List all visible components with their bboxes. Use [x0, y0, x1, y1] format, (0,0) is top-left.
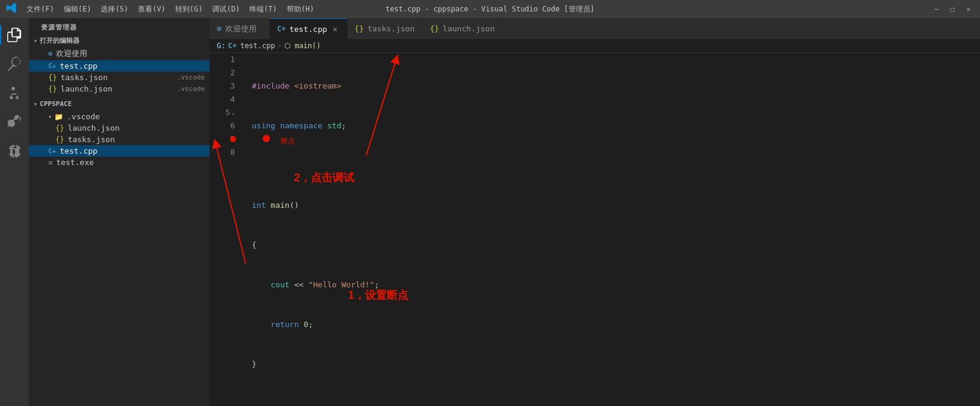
maximize-button[interactable]: □ — [947, 4, 958, 14]
tab-welcome-label: 欢迎使用 — [225, 23, 257, 34]
cpp-icon2: C+ — [48, 147, 56, 155]
sidebar-item-label-testcpp2: test.cpp — [60, 146, 205, 155]
breadcrumb-icon: C+ — [228, 42, 236, 50]
activity-bar — [0, 18, 29, 406]
vscode-folder-chevron: ▾ — [48, 113, 52, 120]
sidebar-item-test-cpp[interactable]: C+ test.cpp — [29, 60, 210, 72]
activity-extensions-icon[interactable] — [0, 136, 29, 165]
sidebar-item-launch-json[interactable]: {} launch.json .vscode — [29, 83, 210, 95]
tab-tasks-json[interactable]: {} tasks.json — [348, 18, 423, 39]
sidebar-item-test-exe[interactable]: ≡ test.exe — [29, 157, 210, 168]
vscode-logo-icon — [6, 2, 17, 16]
open-editors-section[interactable]: ▾ 打开的编辑器 — [29, 34, 210, 47]
menu-help[interactable]: 帮助(H) — [282, 3, 319, 16]
breadcrumb-filename[interactable]: test.cpp — [240, 42, 275, 50]
sidebar-item-vscode-folder[interactable]: ▾ 📁 .vscode — [29, 111, 210, 122]
line-num-6: 6 — [214, 119, 235, 133]
code-editor[interactable]: 1 2 3 4 5⌄ 6 7 断点 8 #include <iostream> — [210, 53, 980, 406]
tab-cpp-icon: C+ — [277, 25, 286, 33]
sidebar-item-welcome[interactable]: ⊙ 欢迎使用 — [29, 47, 210, 60]
sidebar-item-label-launch2: launch.json — [67, 123, 205, 133]
welcome-icon: ⊙ — [48, 49, 52, 58]
menu-goto[interactable]: 转到(G) — [170, 3, 208, 16]
tab-tasks-label: tasks.json — [367, 24, 414, 33]
cppspace-section[interactable]: ▾ CPPSPACE — [29, 97, 210, 111]
code-line-5: { — [252, 239, 980, 252]
json-icon-launch2: {} — [55, 124, 64, 133]
menu-debug[interactable]: 调试(D) — [207, 3, 245, 16]
editor-area: ⊙ 欢迎使用 C+ test.cpp ✕ {} tasks.json {} la… — [210, 18, 980, 406]
sidebar-item-launch-json-cpp[interactable]: {} launch.json — [29, 122, 210, 134]
cpp-icon: C+ — [48, 62, 56, 70]
breadcrumb-sep1: › — [278, 42, 282, 50]
sidebar-item-label-testexe: test.exe — [56, 158, 205, 167]
code-line-1: #include <iostream> — [252, 80, 980, 93]
line-num-3: 3 — [214, 80, 235, 93]
sidebar-item-label-vscode: .vscode — [67, 112, 205, 121]
activity-debug-icon[interactable] — [0, 107, 29, 136]
tab-close-button[interactable]: ✕ — [331, 23, 339, 35]
tab-launch-json[interactable]: {} launch.json — [422, 18, 502, 39]
tab-test-cpp[interactable]: C+ test.cpp ✕ — [270, 18, 348, 39]
sidebar-item-test-cpp-main[interactable]: C+ test.cpp — [29, 145, 210, 157]
json-icon-tasks: {} — [48, 73, 57, 82]
sidebar-item-sub-tasks: .vscode — [177, 73, 205, 81]
line-numbers: 1 2 3 4 5⌄ 6 7 断点 8 — [210, 53, 240, 406]
code-line-4: int main() — [252, 199, 980, 212]
code-line-8: } — [252, 358, 980, 371]
json-icon-launch: {} — [48, 85, 57, 93]
minimize-button[interactable]: ─ — [931, 4, 942, 14]
sidebar-header: 资源管理器 — [29, 18, 210, 34]
tab-welcome-icon: ⊙ — [217, 24, 222, 33]
cppspace-chevron: ▾ — [34, 101, 37, 107]
breadcrumb-function[interactable]: ⬡ main() — [284, 42, 321, 50]
code-line-2: using namespace std; — [252, 119, 980, 133]
sidebar-item-label-tasks: tasks.json — [60, 73, 173, 82]
menu-terminal[interactable]: 终端(T) — [245, 3, 282, 16]
breadcrumb-file[interactable]: G: — [217, 42, 225, 50]
sidebar-item-label-welcome: 欢迎使用 — [56, 48, 205, 59]
menu-edit[interactable]: 编辑(E) — [59, 3, 96, 16]
tab-tasks-icon: {} — [355, 24, 364, 33]
activity-scm-icon[interactable] — [0, 78, 29, 107]
line-num-5: 5⌄ — [214, 106, 235, 119]
sidebar-item-label-launch: launch.json — [60, 84, 173, 93]
code-content[interactable]: #include <iostream> using namespace std;… — [240, 53, 980, 406]
window-controls: ─ □ ✕ — [931, 4, 974, 14]
code-line-3 — [252, 159, 980, 172]
breadcrumb: G: C+ test.cpp › ⬡ main() — [210, 39, 980, 53]
sidebar-item-tasks-json-cpp[interactable]: {} tasks.json — [29, 134, 210, 145]
titlebar: 文件(F) 编辑(E) 选择(S) 查看(V) 转到(G) 调试(D) 终端(T… — [0, 0, 980, 18]
code-line-6: cout << "Hello World!"; — [252, 278, 980, 292]
main-container: 资源管理器 ▾ 打开的编辑器 ⊙ 欢迎使用 C+ test.cpp {} tas… — [0, 18, 980, 406]
titlebar-left: 文件(F) 编辑(E) 选择(S) 查看(V) 转到(G) 调试(D) 终端(T… — [6, 2, 319, 16]
line-num-8: 8 — [214, 146, 235, 159]
folder-icon: 📁 — [54, 113, 63, 121]
tab-welcome[interactable]: ⊙ 欢迎使用 — [210, 18, 270, 39]
menu-file[interactable]: 文件(F) — [22, 3, 59, 16]
open-editors-label: 打开的编辑器 — [40, 36, 80, 45]
code-line-7: return 0; — [252, 318, 980, 331]
tab-test-cpp-label: test.cpp — [289, 25, 327, 34]
menu-view[interactable]: 查看(V) — [133, 3, 170, 16]
cppspace-label: CPPSPACE — [40, 100, 72, 108]
activity-explorer-icon[interactable] — [0, 20, 29, 49]
sidebar-item-tasks-json[interactable]: {} tasks.json .vscode — [29, 72, 210, 83]
exe-icon: ≡ — [48, 158, 52, 167]
sidebar: 资源管理器 ▾ 打开的编辑器 ⊙ 欢迎使用 C+ test.cpp {} tas… — [29, 18, 210, 406]
sidebar-item-label-test-cpp: test.cpp — [60, 61, 205, 70]
open-editors-chevron: ▾ — [34, 37, 37, 44]
json-icon-tasks2: {} — [55, 136, 64, 144]
tab-bar: ⊙ 欢迎使用 C+ test.cpp ✕ {} tasks.json {} la… — [210, 18, 980, 39]
tab-launch-label: launch.json — [443, 24, 495, 33]
line-num-1: 1 — [214, 53, 235, 66]
titlebar-menu: 文件(F) 编辑(E) 选择(S) 查看(V) 转到(G) 调试(D) 终端(T… — [22, 3, 319, 16]
breakpoint-label: 断点 — [281, 134, 295, 148]
activity-search-icon[interactable] — [0, 49, 29, 78]
menu-select[interactable]: 选择(S) — [96, 3, 133, 16]
sidebar-item-label-tasks2: tasks.json — [67, 135, 205, 144]
close-button[interactable]: ✕ — [963, 4, 974, 14]
line-num-2: 2 — [214, 66, 235, 80]
sidebar-item-sub-launch: .vscode — [177, 85, 205, 93]
line-num-7: 7 断点 — [214, 133, 235, 146]
